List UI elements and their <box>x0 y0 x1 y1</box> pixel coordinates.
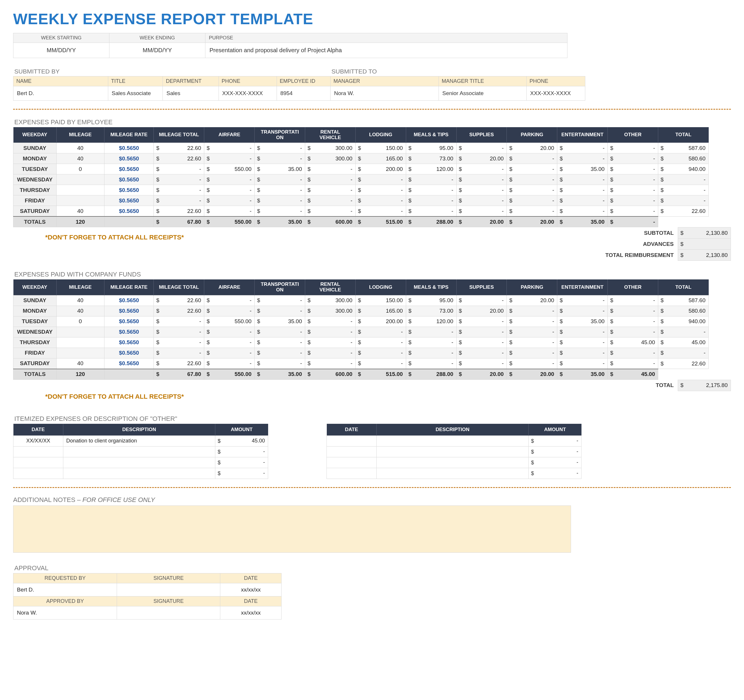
value-week-ending[interactable]: MM/DD/YY <box>109 43 205 58</box>
appr-v[interactable]: xx/xx/xx <box>220 583 281 596</box>
money-cell[interactable]: $- <box>154 316 204 327</box>
money-cell[interactable]: $- <box>507 358 557 369</box>
money-cell[interactable]: $- <box>356 195 406 206</box>
mileage-cell[interactable]: 40 <box>56 306 104 316</box>
money-cell[interactable]: $- <box>154 337 204 348</box>
money-cell[interactable]: $- <box>255 327 305 337</box>
money-cell[interactable]: $95.00 <box>406 295 456 306</box>
mileage-cell[interactable] <box>56 348 104 358</box>
money-cell[interactable]: $- <box>356 185 406 195</box>
money-cell[interactable]: $- <box>557 358 608 369</box>
sb-v-title[interactable]: Sales Associate <box>108 86 163 101</box>
money-cell[interactable]: $- <box>255 337 305 348</box>
item-amt[interactable]: $- <box>529 435 582 446</box>
money-cell[interactable]: $- <box>608 306 658 316</box>
money-cell[interactable]: $- <box>507 306 557 316</box>
money-cell[interactable]: $- <box>507 174 557 185</box>
money-cell[interactable]: $- <box>608 206 658 217</box>
money-cell[interactable]: $- <box>608 348 658 358</box>
money-cell[interactable]: $200.00 <box>356 316 406 327</box>
money-cell[interactable]: $22.60 <box>154 206 204 217</box>
money-cell[interactable]: $- <box>305 348 356 358</box>
money-cell[interactable]: $22.60 <box>154 295 204 306</box>
money-cell[interactable]: $- <box>456 164 507 174</box>
money-cell[interactable]: $150.00 <box>356 295 406 306</box>
money-cell[interactable]: $- <box>406 174 456 185</box>
item-amt[interactable]: $- <box>215 468 268 479</box>
money-cell[interactable]: $- <box>608 316 658 327</box>
money-cell[interactable]: $- <box>507 316 557 327</box>
item-amt[interactable]: $- <box>215 446 268 457</box>
st-v-mgr[interactable]: Nora W. <box>330 86 439 101</box>
appr-v[interactable] <box>117 606 220 619</box>
money-cell[interactable]: $- <box>456 174 507 185</box>
money-cell[interactable]: $300.00 <box>305 295 356 306</box>
money-cell[interactable]: $- <box>255 174 305 185</box>
money-cell[interactable]: $- <box>608 143 658 153</box>
money-cell[interactable]: $45.00 <box>608 369 658 380</box>
mileage-cell[interactable] <box>56 174 104 185</box>
money-cell[interactable]: $35.00 <box>557 216 608 227</box>
money-cell[interactable]: $- <box>204 153 255 164</box>
item-date[interactable] <box>13 446 63 457</box>
money-cell[interactable]: $- <box>255 295 305 306</box>
item-amt[interactable]: $- <box>215 457 268 468</box>
item-date[interactable] <box>13 457 63 468</box>
money-cell[interactable]: $- <box>608 185 658 195</box>
money-cell[interactable]: $- <box>557 348 608 358</box>
mileage-cell[interactable]: 0 <box>56 164 104 174</box>
st-v-phone[interactable]: XXX-XXX-XXXX <box>527 86 585 101</box>
mileage-cell[interactable] <box>56 327 104 337</box>
money-cell[interactable]: $580.60 <box>658 306 708 316</box>
money-cell[interactable]: $- <box>356 358 406 369</box>
money-cell[interactable]: $- <box>406 358 456 369</box>
money-cell[interactable]: $20.00 <box>456 216 507 227</box>
money-cell[interactable]: $- <box>204 295 255 306</box>
money-cell[interactable]: $- <box>154 327 204 337</box>
item-amt[interactable]: $- <box>529 446 582 457</box>
money-cell[interactable]: $- <box>507 153 557 164</box>
mileage-cell[interactable]: 40 <box>56 295 104 306</box>
money-cell[interactable]: $288.00 <box>406 369 456 380</box>
money-cell[interactable]: $- <box>255 306 305 316</box>
money-cell[interactable]: $- <box>507 348 557 358</box>
money-cell[interactable]: $- <box>356 206 406 217</box>
money-cell[interactable]: $- <box>507 185 557 195</box>
value-purpose[interactable]: Presentation and proposal delivery of Pr… <box>205 43 567 58</box>
money-cell[interactable]: $150.00 <box>356 143 406 153</box>
value-week-starting[interactable]: MM/DD/YY <box>13 43 109 58</box>
item-date[interactable] <box>13 468 63 479</box>
item-desc[interactable] <box>63 446 215 457</box>
money-cell[interactable]: $- <box>608 327 658 337</box>
money-cell[interactable]: $587.60 <box>658 295 708 306</box>
money-cell[interactable]: $35.00 <box>557 316 608 327</box>
money-cell[interactable]: $- <box>255 358 305 369</box>
money-cell[interactable]: $22.60 <box>154 358 204 369</box>
money-cell[interactable]: $- <box>557 206 608 217</box>
money-cell[interactable]: $- <box>557 295 608 306</box>
money-cell[interactable]: $120.00 <box>406 164 456 174</box>
money-cell[interactable]: $35.00 <box>255 216 305 227</box>
appr-v[interactable]: xx/xx/xx <box>220 606 281 619</box>
money-cell[interactable]: $- <box>154 185 204 195</box>
money-cell[interactable]: $- <box>507 206 557 217</box>
money-cell[interactable]: $- <box>507 164 557 174</box>
money-cell[interactable]: $- <box>406 348 456 358</box>
money-cell[interactable]: $- <box>305 174 356 185</box>
money-cell[interactable]: $20.00 <box>456 306 507 316</box>
money-cell[interactable]: $- <box>356 337 406 348</box>
money-cell[interactable]: $165.00 <box>356 306 406 316</box>
money-cell[interactable]: $300.00 <box>305 143 356 153</box>
money-cell[interactable]: $940.00 <box>658 316 708 327</box>
money-cell[interactable]: $- <box>204 174 255 185</box>
money-cell[interactable]: $20.00 <box>507 143 557 153</box>
money-cell[interactable]: $- <box>456 348 507 358</box>
money-cell[interactable]: $587.60 <box>658 143 708 153</box>
st-v-mtitle[interactable]: Senior Associate <box>439 86 527 101</box>
money-cell[interactable]: $22.60 <box>154 306 204 316</box>
money-cell[interactable]: $- <box>557 153 608 164</box>
money-cell[interactable]: $- <box>356 327 406 337</box>
money-cell[interactable]: $35.00 <box>255 164 305 174</box>
money-cell[interactable]: $- <box>608 153 658 164</box>
money-cell[interactable]: $- <box>305 358 356 369</box>
